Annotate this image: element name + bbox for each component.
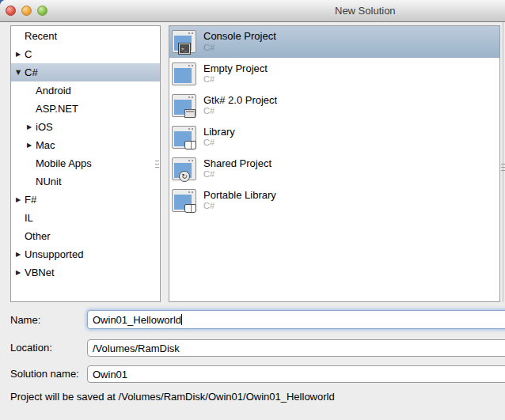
sidebar-item-label: Unsupported [25, 248, 83, 260]
template-item-gtksharp-2-0-project[interactable]: Gtk# 2.0 ProjectC# [169, 89, 499, 121]
project-window-icon [172, 94, 196, 117]
template-item-text: Console ProjectC# [203, 31, 276, 52]
sidebar-item-label: Recent [25, 30, 57, 42]
template-item-portable-library[interactable]: Portable LibraryC# [169, 184, 499, 216]
sidebar-item-label: Other [25, 230, 51, 242]
template-item-text: Shared ProjectC# [203, 158, 271, 180]
text-caret [181, 314, 182, 325]
template-language: C# [203, 74, 268, 84]
sidebar-item-recent[interactable]: ▶Recent [11, 27, 160, 45]
template-language: C# [203, 106, 277, 115]
template-title: Shared Project [203, 158, 271, 170]
sidebar-item-label: C# [25, 66, 38, 78]
template-item-text: Portable LibraryC# [203, 190, 276, 211]
sidebar-item-label: Mac [36, 139, 55, 151]
template-title: Portable Library [203, 190, 276, 202]
chevron-right-icon[interactable]: ▶ [25, 123, 34, 131]
template-language: C# [203, 201, 276, 210]
form-badge-icon [184, 109, 196, 118]
template-item-console-project[interactable]: >_Console ProjectC# [169, 26, 499, 58]
template-title: Library [203, 127, 235, 138]
sidebar-item-label: Mobile Apps [36, 157, 92, 169]
chevron-right-icon[interactable]: ▶ [25, 142, 34, 149]
book-badge-icon [184, 204, 196, 213]
save-path-status: Project will be saved at /Volumes/RamDis… [10, 391, 335, 403]
sidebar-item-label: F# [25, 194, 36, 206]
template-item-text: Gtk# 2.0 ProjectC# [203, 95, 277, 116]
template-language: C# [203, 43, 276, 52]
sidebar-item-nunit[interactable]: ▶NUnit [11, 172, 160, 191]
solution-name-label: Solution name: [10, 368, 79, 380]
template-list-panel[interactable]: >_Console ProjectC#Empty ProjectC#Gtk# 2… [169, 25, 500, 302]
template-item-empty-project[interactable]: Empty ProjectC# [169, 58, 499, 89]
pane-splitter-grip[interactable] [155, 161, 159, 168]
sidebar-item-label: iOS [36, 121, 53, 133]
name-input-value: Owin01_Helloworld [93, 314, 181, 326]
template-item-shared-project[interactable]: ↻Shared ProjectC# [169, 153, 499, 184]
terminal-badge-icon: >_ [179, 44, 190, 54]
sidebar-item-mac[interactable]: ▶Mac [11, 136, 160, 154]
sidebar-item-c[interactable]: ▶C [11, 45, 160, 63]
chevron-right-icon[interactable]: ▶ [13, 196, 23, 203]
template-title: Gtk# 2.0 Project [203, 95, 277, 107]
location-input-value: /Volumes/RamDisk [93, 342, 180, 354]
sidebar-item-label: IL [25, 212, 33, 224]
shared-badge-icon: ↻ [179, 171, 190, 182]
window-title: New Solution [335, 5, 396, 17]
template-title: Console Project [203, 31, 276, 43]
project-window-icon [172, 62, 196, 85]
template-item-text: Empty ProjectC# [203, 63, 268, 85]
template-language: C# [203, 169, 271, 179]
new-solution-dialog: New Solution ▶Recent▶C▼C#▶Android▶ASP.NE… [0, 0, 505, 420]
pane-splitter-grip-right[interactable] [501, 164, 505, 171]
sidebar-item-android[interactable]: ▶Android [11, 81, 160, 100]
sidebar-item-mobile-apps[interactable]: ▶Mobile Apps [11, 154, 160, 172]
sidebar-item-label: ASP.NET [36, 103, 78, 115]
sidebar-item-unsupported[interactable]: ▶Unsupported [11, 245, 160, 263]
sidebar-item-vbnet[interactable]: ▶VBNet [11, 263, 160, 282]
template-item-library[interactable]: LibraryC# [169, 121, 499, 153]
sidebar-item-fsharp[interactable]: ▶F# [11, 191, 160, 209]
window-controls [6, 6, 47, 16]
right-pane-edge [503, 22, 503, 302]
project-window-icon: >_ [172, 30, 196, 53]
sidebar-item-asp-net[interactable]: ▶ASP.NET [11, 100, 160, 118]
name-label: Name: [10, 314, 40, 326]
book-badge-icon [184, 141, 196, 149]
titlebar[interactable]: New Solution [0, 0, 505, 22]
location-input[interactable]: /Volumes/RamDisk [87, 339, 505, 357]
chevron-right-icon[interactable]: ▶ [13, 269, 23, 276]
zoom-button[interactable] [37, 6, 47, 16]
project-window-icon: ↻ [172, 157, 196, 180]
project-window-icon [172, 189, 196, 212]
close-button[interactable] [6, 6, 16, 16]
sidebar-item-label: NUnit [36, 176, 62, 187]
sidebar-item-csharp[interactable]: ▼C# [11, 63, 160, 81]
sidebar-item-label: Android [36, 85, 71, 96]
sidebar-item-ios[interactable]: ▶iOS [11, 118, 160, 136]
template-title: Empty Project [203, 63, 268, 75]
sidebar-item-label: C [25, 48, 32, 60]
category-tree-panel[interactable]: ▶Recent▶C▼C#▶Android▶ASP.NET▶iOS▶Mac▶Mob… [10, 25, 161, 302]
sidebar-item-il[interactable]: ▶IL [11, 209, 160, 227]
chevron-down-icon[interactable]: ▼ [13, 69, 23, 76]
sidebar-item-other[interactable]: ▶Other [11, 227, 160, 245]
template-item-text: LibraryC# [203, 127, 235, 148]
minimize-button[interactable] [21, 6, 32, 16]
location-label: Location: [10, 342, 52, 354]
sidebar-item-label: VBNet [25, 267, 55, 278]
name-input[interactable]: Owin01_Helloworld [87, 310, 505, 329]
template-language: C# [203, 138, 235, 147]
chevron-right-icon[interactable]: ▶ [13, 51, 23, 58]
solution-name-input-value: Owin01 [93, 369, 127, 380]
solution-name-input[interactable]: Owin01 [87, 365, 505, 383]
chevron-right-icon[interactable]: ▶ [13, 251, 23, 258]
project-window-icon [172, 126, 196, 149]
